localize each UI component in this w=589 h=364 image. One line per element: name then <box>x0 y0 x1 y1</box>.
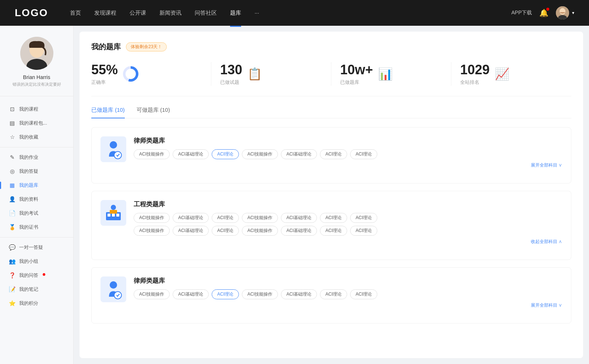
sidebar-item-label: 我的资料 <box>19 196 38 203</box>
tab-available-banks[interactable]: 可做题库 (10) <box>137 107 170 118</box>
sidebar-item-homework[interactable]: ✎ 我的作业 <box>0 150 73 164</box>
eng-tag-9[interactable]: ACI理论 <box>212 226 239 236</box>
eng-tag-10[interactable]: ACI技能操作 <box>242 226 278 236</box>
sidebar-divider-1 <box>0 147 73 147</box>
l2-tag-1[interactable]: ACI基础理论 <box>173 289 209 299</box>
stats-row: 55% 正确率 130 已做试题 📋 10w+ 已做题库 📊 <box>91 62 571 96</box>
stat-ranking: 1029 全站排名 📈 <box>451 62 571 86</box>
question-bank-icon: ▦ <box>9 182 15 189</box>
group-icon: 👥 <box>9 258 15 265</box>
eng-tag-0[interactable]: ACI技能操作 <box>134 213 170 223</box>
sidebar-item-label: 我的题库 <box>19 182 38 189</box>
stat-value-banks: 10w+ 已做题库 <box>340 62 373 86</box>
sidebar-item-label: 我的课程 <box>19 106 38 113</box>
expand-link-lawyer-1[interactable]: 展开全部科目 ∨ <box>134 162 562 168</box>
tab-done-banks[interactable]: 已做题库 (10) <box>91 107 125 118</box>
eng-tag-12[interactable]: ACI理论 <box>320 226 347 236</box>
tag-1[interactable]: ACI基础理论 <box>173 149 209 159</box>
l2-tag-3[interactable]: ACI技能操作 <box>242 289 278 299</box>
sidebar-item-tutoring[interactable]: 💬 一对一答疑 <box>0 240 73 254</box>
sidebar-item-label: 我的笔记 <box>19 286 38 293</box>
collapse-link-engineer[interactable]: 收起全部科目 ∧ <box>134 239 562 245</box>
qa-notification-dot <box>43 273 45 276</box>
accuracy-pie-chart <box>123 66 138 82</box>
app-download-link[interactable]: APP下载 <box>511 10 532 16</box>
l2-tag-5[interactable]: ACI理论 <box>320 289 347 299</box>
tag-4[interactable]: ACI基础理论 <box>281 149 317 159</box>
sidebar-item-my-courses[interactable]: ⊡ 我的课程 <box>0 102 73 116</box>
sidebar-item-course-package[interactable]: ▤ 我的课程包... <box>0 116 73 130</box>
qbank-header-engineer: 工程类题库 ACI技能操作 ACI基础理论 ACI理论 ACI技能操作 ACI基… <box>100 200 562 245</box>
tag-5[interactable]: ACI理论 <box>320 149 347 159</box>
eng-tag-13[interactable]: ACI理论 <box>350 226 377 236</box>
svg-point-7 <box>110 141 117 149</box>
ranking-icon: 📈 <box>495 67 509 81</box>
sidebar-item-group[interactable]: 👥 我的小组 <box>0 254 73 268</box>
nav-news[interactable]: 新闻资讯 <box>159 8 181 18</box>
tags-row-lawyer-1: ACI技能操作 ACI基础理论 ACI理论 ACI技能操作 ACI基础理论 AC… <box>134 149 562 159</box>
done-banks-icon: 📊 <box>378 67 393 81</box>
sidebar-item-certificate[interactable]: 🏅 我的证书 <box>0 220 73 234</box>
sidebar-item-profile[interactable]: 👤 我的资料 <box>0 192 73 206</box>
qbank-header-lawyer-2: 律师类题库 ACI技能操作 ACI基础理论 ACI理论 ACI技能操作 ACI基… <box>100 276 562 308</box>
sidebar-item-favorites[interactable]: ☆ 我的收藏 <box>0 130 73 144</box>
sidebar-item-exam[interactable]: 📄 我的考试 <box>0 206 73 220</box>
qbank-name-lawyer-2: 律师类题库 <box>134 276 562 285</box>
notes-icon: 📝 <box>9 286 15 293</box>
avatar-chevron-icon: ▾ <box>572 10 574 15</box>
eng-tag-7[interactable]: ACI技能操作 <box>134 226 170 236</box>
sidebar-item-label: 我的作业 <box>19 154 38 161</box>
eng-tag-6[interactable]: ACI理论 <box>350 213 377 223</box>
sidebar-item-label: 我的积分 <box>19 300 38 307</box>
logo[interactable]: LOGO <box>15 7 48 19</box>
user-avatar-menu[interactable]: ▾ <box>556 6 574 19</box>
eng-tag-2[interactable]: ACI理论 <box>212 213 239 223</box>
l2-tag-2[interactable]: ACI理论 <box>212 289 239 299</box>
certificate-icon: 🏅 <box>9 224 15 231</box>
notification-bell[interactable]: 🔔 <box>539 8 549 17</box>
sidebar-item-qa[interactable]: ◎ 我的答疑 <box>0 164 73 178</box>
tag-0[interactable]: ACI技能操作 <box>134 149 170 159</box>
svg-rect-13 <box>107 214 110 217</box>
eng-tag-11[interactable]: ACI基础理论 <box>281 226 317 236</box>
eng-tag-1[interactable]: ACI基础理论 <box>173 213 209 223</box>
nav-home[interactable]: 首页 <box>70 8 81 18</box>
navbar-menu: 首页 发现课程 公开课 新闻资讯 问答社区 题库 ··· <box>70 8 511 18</box>
l2-tag-0[interactable]: ACI技能操作 <box>134 289 170 299</box>
nav-qa[interactable]: 问答社区 <box>195 8 217 18</box>
my-qa-icon: ❓ <box>9 272 15 279</box>
sidebar-item-notes[interactable]: 📝 我的笔记 <box>0 282 73 296</box>
sidebar-item-question-bank[interactable]: ▦ 我的题库 <box>0 178 73 192</box>
qbank-logo-lawyer-1 <box>100 136 126 162</box>
l2-tag-6[interactable]: ACI理论 <box>350 289 377 299</box>
qbank-info-lawyer-2: 律师类题库 ACI技能操作 ACI基础理论 ACI理论 ACI技能操作 ACI基… <box>134 276 562 308</box>
qbank-info-engineer: 工程类题库 ACI技能操作 ACI基础理论 ACI理论 ACI技能操作 ACI基… <box>134 200 562 245</box>
sidebar-item-label: 我的考试 <box>19 210 38 217</box>
qbank-card-lawyer-2: 律师类题库 ACI技能操作 ACI基础理论 ACI理论 ACI技能操作 ACI基… <box>91 267 571 324</box>
page-title: 我的题库 <box>91 42 121 52</box>
sidebar-item-points[interactable]: ⭐ 我的积分 <box>0 296 73 310</box>
user-avatar-large <box>20 37 53 70</box>
svg-rect-15 <box>116 214 119 217</box>
user-profile: Brian Harris 错误的决定比没有决定要好 <box>0 37 73 96</box>
nav-more[interactable]: ··· <box>254 8 259 18</box>
expand-link-lawyer-2[interactable]: 展开全部科目 ∨ <box>134 302 562 308</box>
tag-2[interactable]: ACI理论 <box>212 149 239 159</box>
nav-discover[interactable]: 发现课程 <box>94 8 116 18</box>
qbank-name-lawyer-1: 律师类题库 <box>134 136 562 145</box>
stat-done-banks: 10w+ 已做题库 📊 <box>331 62 451 86</box>
eng-tag-4[interactable]: ACI基础理论 <box>281 213 317 223</box>
nav-questions[interactable]: 题库 <box>230 8 241 18</box>
stat-accuracy: 55% 正确率 <box>91 62 211 86</box>
sidebar-item-my-qa[interactable]: ❓ 我的问答 <box>0 268 73 282</box>
stat-value-done: 130 已做试题 <box>220 62 242 86</box>
eng-tag-5[interactable]: ACI理论 <box>320 213 347 223</box>
stat-value-accuracy: 55% 正确率 <box>91 62 118 86</box>
tag-3[interactable]: ACI技能操作 <box>242 149 278 159</box>
qbank-header-lawyer-1: 律师类题库 ACI技能操作 ACI基础理论 ACI理论 ACI技能操作 ACI基… <box>100 136 562 168</box>
eng-tag-3[interactable]: ACI技能操作 <box>242 213 278 223</box>
tag-6[interactable]: ACI理论 <box>350 149 377 159</box>
nav-open-course[interactable]: 公开课 <box>130 8 146 18</box>
l2-tag-4[interactable]: ACI基础理论 <box>281 289 317 299</box>
eng-tag-8[interactable]: ACI基础理论 <box>173 226 209 236</box>
